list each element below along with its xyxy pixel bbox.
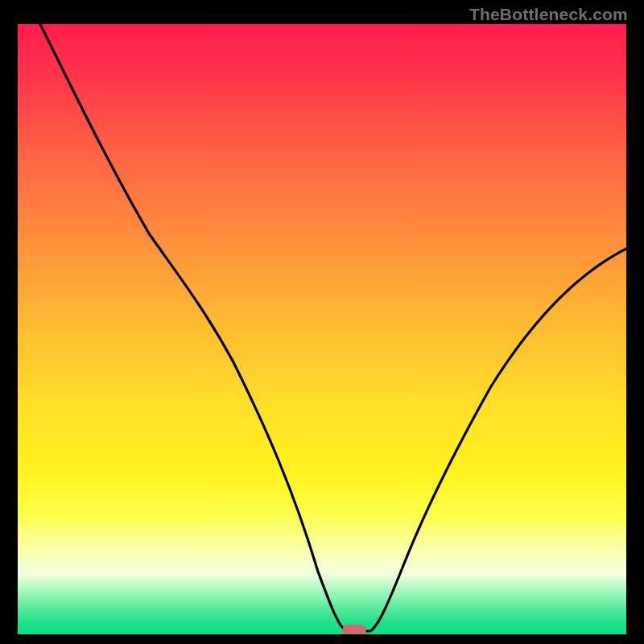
chart-background-gradient [16, 24, 628, 636]
optimal-point-marker [342, 625, 366, 636]
chart-frame [16, 24, 628, 636]
watermark-text: TheBottleneck.com [469, 5, 628, 24]
